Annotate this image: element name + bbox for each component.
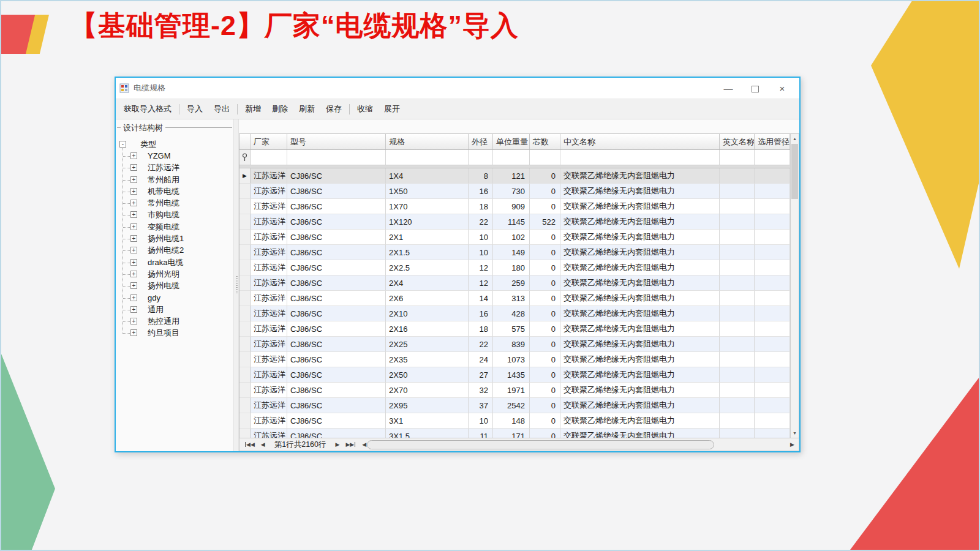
cell[interactable]: 江苏远洋 (251, 337, 287, 352)
cell[interactable]: 37 (469, 398, 493, 413)
cell[interactable]: 2X10 (386, 306, 469, 321)
cell[interactable]: 10 (469, 245, 493, 260)
cell[interactable]: 0 (530, 306, 560, 321)
cell[interactable]: 江苏远洋 (251, 321, 287, 337)
cell[interactable]: CJ86/SC (287, 168, 386, 184)
cell[interactable]: 839 (493, 337, 530, 352)
tree-item[interactable]: +江苏远洋 (116, 162, 233, 174)
expand-icon[interactable]: + (130, 152, 137, 159)
expand-icon[interactable]: + (130, 306, 137, 313)
cell[interactable]: 1X120 (386, 214, 469, 230)
tree-item[interactable]: +市购电缆 (116, 209, 233, 221)
cell[interactable]: 江苏远洋 (251, 352, 287, 367)
next-row-button[interactable]: ▶ (333, 441, 343, 448)
cell[interactable]: 121 (493, 168, 530, 184)
cell[interactable] (755, 245, 790, 260)
close-button[interactable]: × (769, 84, 796, 93)
cell[interactable]: 交联聚乙烯绝缘无内套阻燃电力 (560, 398, 720, 413)
cell[interactable]: 交联聚乙烯绝缘无内套阻燃电力 (560, 168, 720, 184)
expand-icon[interactable]: + (130, 329, 137, 336)
tree-item[interactable]: +扬州电缆 (116, 280, 233, 292)
expand-icon[interactable]: + (130, 235, 137, 242)
table-row[interactable]: 江苏远洋CJ86/SC2X4122590交联聚乙烯绝缘无内套阻燃电力 (239, 276, 790, 291)
cell[interactable]: 1X50 (386, 184, 469, 199)
cell[interactable]: 575 (493, 321, 530, 337)
cell[interactable] (720, 276, 755, 291)
cell[interactable]: 730 (493, 184, 530, 199)
tree-item[interactable]: +常州电缆 (116, 197, 233, 209)
filter-cell[interactable] (386, 150, 469, 165)
row-indicator[interactable] (239, 291, 251, 306)
cell[interactable]: 交联聚乙烯绝缘无内套阻燃电力 (560, 245, 720, 260)
cell[interactable] (720, 306, 755, 321)
cell[interactable]: 14 (469, 291, 493, 306)
cell[interactable] (755, 383, 790, 398)
row-indicator[interactable] (239, 337, 251, 352)
row-indicator[interactable] (239, 230, 251, 245)
tree-item[interactable]: +扬州光明 (116, 268, 233, 280)
cell[interactable]: 2X16 (386, 321, 469, 337)
cell[interactable]: 2X70 (386, 383, 469, 398)
toolbar-button[interactable]: 收缩 (352, 101, 379, 117)
cell[interactable]: 148 (493, 413, 530, 429)
cell[interactable]: CJ86/SC (287, 429, 386, 438)
cell[interactable] (755, 306, 790, 321)
cell[interactable]: 2X1.5 (386, 245, 469, 260)
table-row[interactable]: 江苏远洋CJ86/SC2X6143130交联聚乙烯绝缘无内套阻燃电力 (239, 291, 790, 306)
cell[interactable]: 交联聚乙烯绝缘无内套阻燃电力 (560, 429, 720, 438)
cell[interactable]: 交联聚乙烯绝缘无内套阻燃电力 (560, 367, 720, 383)
toolbar-button[interactable]: 保存 (320, 101, 347, 117)
cell[interactable] (720, 321, 755, 337)
expand-icon[interactable]: + (130, 247, 137, 253)
filter-cell[interactable] (530, 150, 560, 165)
table-row[interactable]: 江苏远洋CJ86/SC3X1.5111710交联聚乙烯绝缘无内套阻燃电力 (239, 429, 790, 438)
column-header[interactable]: 选用管径 (755, 134, 790, 149)
cell[interactable]: 27 (469, 367, 493, 383)
cell[interactable]: 522 (530, 214, 560, 230)
cell[interactable] (720, 230, 755, 245)
cell[interactable]: 江苏远洋 (251, 199, 287, 214)
cell[interactable]: 0 (530, 184, 560, 199)
hscroll-thumb[interactable] (367, 440, 714, 449)
cell[interactable]: 0 (530, 383, 560, 398)
cell[interactable]: 313 (493, 291, 530, 306)
cell[interactable]: 180 (493, 260, 530, 276)
table-row[interactable]: 江苏远洋CJ86/SC2X16185750交联聚乙烯绝缘无内套阻燃电力 (239, 321, 790, 337)
table-row[interactable]: 江苏远洋CJ86/SC2X953725420交联聚乙烯绝缘无内套阻燃电力 (239, 398, 790, 413)
table-row[interactable]: 江苏远洋CJ86/SC2X2.5121800交联聚乙烯绝缘无内套阻燃电力 (239, 260, 790, 276)
cell[interactable] (720, 214, 755, 230)
cell[interactable]: 江苏远洋 (251, 413, 287, 429)
cell[interactable]: CJ86/SC (287, 230, 386, 245)
cell[interactable]: 1971 (493, 383, 530, 398)
column-header[interactable]: 型号 (287, 134, 386, 149)
filter-cell[interactable] (560, 150, 720, 165)
cell[interactable]: 10 (469, 230, 493, 245)
scroll-down-icon[interactable]: ▼ (791, 429, 799, 438)
table-row[interactable]: 江苏远洋CJ86/SC2X1101020交联聚乙烯绝缘无内套阻燃电力 (239, 230, 790, 245)
filter-cell[interactable] (720, 150, 755, 165)
row-indicator[interactable] (239, 260, 251, 276)
cell[interactable]: 22 (469, 337, 493, 352)
cell[interactable]: 交联聚乙烯绝缘无内套阻燃电力 (560, 230, 720, 245)
first-row-button[interactable]: ◀◀ (241, 441, 258, 448)
toolbar-button[interactable]: 获取导入格式 (118, 101, 177, 117)
cell[interactable] (755, 413, 790, 429)
column-header[interactable]: 英文名称 (720, 134, 755, 149)
cell[interactable] (755, 260, 790, 276)
expand-icon[interactable]: + (130, 294, 137, 301)
cell[interactable]: 22 (469, 214, 493, 230)
cell[interactable] (720, 291, 755, 306)
cell[interactable]: 江苏远洋 (251, 276, 287, 291)
row-indicator[interactable] (239, 413, 251, 429)
cell[interactable] (720, 398, 755, 413)
table-row[interactable]: 江苏远洋CJ86/SC3X1101480交联聚乙烯绝缘无内套阻燃电力 (239, 413, 790, 429)
cell[interactable]: 2X50 (386, 367, 469, 383)
cell[interactable] (720, 383, 755, 398)
expand-icon[interactable]: + (130, 164, 137, 171)
cell[interactable] (755, 429, 790, 438)
tree-item[interactable]: +扬州电缆2 (116, 245, 233, 257)
cell[interactable]: CJ86/SC (287, 413, 386, 429)
cell[interactable]: 交联聚乙烯绝缘无内套阻燃电力 (560, 413, 720, 429)
cell[interactable]: 江苏远洋 (251, 306, 287, 321)
filter-cell[interactable] (469, 150, 493, 165)
